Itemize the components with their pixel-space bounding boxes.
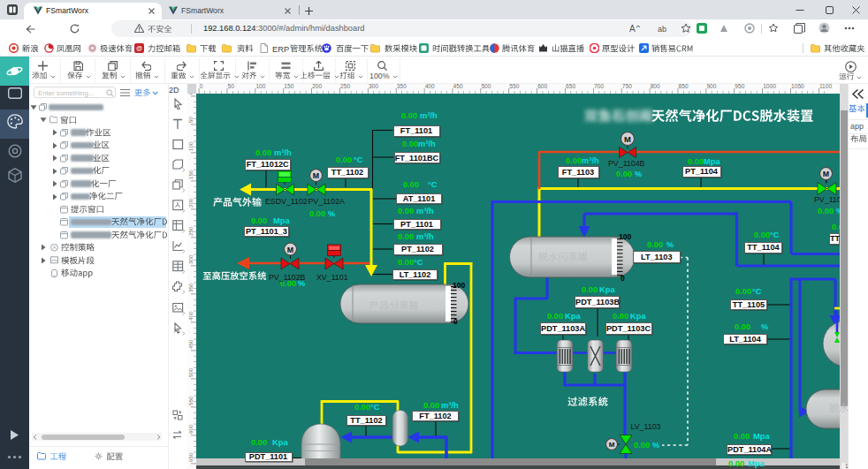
- svg-text:550: 550: [187, 396, 194, 405]
- svg-text:600: 600: [187, 424, 194, 434]
- svg-text:250: 250: [340, 84, 350, 89]
- svg-text:450: 450: [453, 84, 463, 89]
- svg-text:0: 0: [200, 84, 203, 89]
- svg-text:1050: 1050: [791, 84, 804, 89]
- svg-text:150: 150: [187, 170, 194, 179]
- svg-text:800: 800: [651, 84, 660, 89]
- svg-text:300: 300: [187, 254, 194, 264]
- svg-text:350: 350: [187, 283, 194, 292]
- svg-text:550: 550: [509, 84, 519, 89]
- svg-text:100: 100: [187, 141, 194, 151]
- svg-text:750: 750: [622, 84, 632, 89]
- svg-text:850: 850: [679, 84, 689, 89]
- svg-text:250: 250: [187, 226, 194, 236]
- svg-text:M: M: [823, 170, 829, 178]
- svg-text:50: 50: [187, 117, 194, 123]
- svg-text:100: 100: [255, 84, 265, 89]
- svg-text:350: 350: [397, 84, 407, 89]
- svg-text:M: M: [609, 441, 615, 449]
- svg-text:200: 200: [312, 84, 322, 89]
- svg-text:ab: ab: [658, 25, 666, 34]
- svg-text:600: 600: [537, 84, 547, 89]
- svg-text:650: 650: [566, 84, 575, 89]
- svg-text:450: 450: [187, 339, 194, 349]
- svg-text:650: 650: [187, 452, 194, 462]
- svg-text:1100: 1100: [819, 84, 833, 89]
- svg-text:500: 500: [187, 367, 194, 377]
- svg-text:0: 0: [187, 94, 194, 95]
- svg-text:200: 200: [187, 198, 194, 208]
- svg-text:950: 950: [735, 84, 744, 89]
- svg-text:M: M: [313, 171, 319, 180]
- svg-text:A: A: [629, 24, 636, 34]
- svg-text:M: M: [624, 134, 631, 144]
- svg-text:M: M: [287, 246, 293, 254]
- svg-text:@: @: [136, 45, 142, 51]
- svg-text:900: 900: [706, 84, 716, 89]
- svg-text:500: 500: [481, 84, 491, 89]
- svg-text:1000: 1000: [763, 84, 776, 89]
- svg-text:700: 700: [594, 84, 604, 89]
- svg-text:50: 50: [228, 84, 235, 89]
- svg-text:400: 400: [425, 84, 435, 89]
- svg-text:300: 300: [369, 84, 378, 89]
- svg-text:400: 400: [187, 311, 194, 321]
- svg-text:A: A: [53, 245, 57, 250]
- svg-text:150: 150: [284, 84, 293, 89]
